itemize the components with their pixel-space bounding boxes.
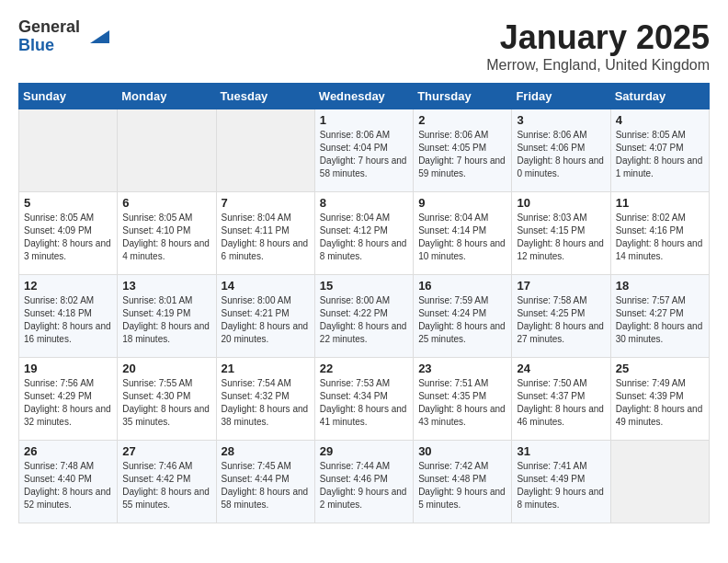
day-number: 25: [616, 362, 704, 375]
day-info: Sunrise: 8:05 AM Sunset: 4:07 PM Dayligh…: [616, 129, 704, 180]
day-info: Sunrise: 7:42 AM Sunset: 4:48 PM Dayligh…: [418, 460, 506, 511]
day-cell: 28Sunrise: 7:45 AM Sunset: 4:44 PM Dayli…: [216, 441, 314, 523]
day-cell: 10Sunrise: 8:03 AM Sunset: 4:15 PM Dayli…: [512, 192, 610, 275]
day-cell: 31Sunrise: 7:41 AM Sunset: 4:49 PM Dayli…: [512, 441, 610, 523]
day-cell: 17Sunrise: 7:58 AM Sunset: 4:25 PM Dayli…: [512, 275, 610, 358]
calendar-title: January 2025: [486, 18, 710, 57]
day-number: 26: [24, 444, 112, 458]
day-cell: 26Sunrise: 7:48 AM Sunset: 4:40 PM Dayli…: [19, 441, 118, 523]
day-info: Sunrise: 7:54 AM Sunset: 4:32 PM Dayligh…: [222, 377, 310, 429]
day-info: Sunrise: 7:51 AM Sunset: 4:35 PM Dayligh…: [418, 377, 506, 429]
day-cell: 9Sunrise: 8:04 AM Sunset: 4:14 PM Daylig…: [414, 192, 512, 275]
logo-general: General: [18, 18, 80, 37]
day-number: 19: [24, 362, 112, 375]
day-info: Sunrise: 7:53 AM Sunset: 4:34 PM Dayligh…: [320, 377, 408, 429]
day-info: Sunrise: 8:06 AM Sunset: 4:06 PM Dayligh…: [517, 129, 605, 180]
day-number: 22: [320, 362, 408, 375]
day-cell: 2Sunrise: 8:06 AM Sunset: 4:05 PM Daylig…: [414, 109, 512, 192]
day-number: 4: [616, 113, 704, 127]
day-info: Sunrise: 8:00 AM Sunset: 4:22 PM Dayligh…: [320, 294, 408, 346]
calendar-subtitle: Merrow, England, United Kingdom: [486, 57, 710, 74]
day-cell: 29Sunrise: 7:44 AM Sunset: 4:46 PM Dayli…: [314, 441, 413, 523]
week-row-3: 12Sunrise: 8:02 AM Sunset: 4:18 PM Dayli…: [19, 275, 710, 358]
day-cell: 14Sunrise: 8:00 AM Sunset: 4:21 PM Dayli…: [216, 275, 314, 358]
day-cell: [118, 109, 216, 192]
day-cell: 30Sunrise: 7:42 AM Sunset: 4:48 PM Dayli…: [414, 441, 512, 523]
day-info: Sunrise: 8:05 AM Sunset: 4:10 PM Dayligh…: [122, 212, 210, 263]
day-number: 31: [517, 444, 605, 458]
day-cell: 24Sunrise: 7:50 AM Sunset: 4:37 PM Dayli…: [512, 358, 610, 441]
day-info: Sunrise: 7:50 AM Sunset: 4:37 PM Dayligh…: [517, 377, 605, 429]
day-number: 1: [320, 113, 408, 127]
day-cell: 3Sunrise: 8:06 AM Sunset: 4:06 PM Daylig…: [512, 109, 610, 192]
week-row-5: 26Sunrise: 7:48 AM Sunset: 4:40 PM Dayli…: [19, 441, 710, 523]
day-number: 9: [418, 196, 506, 210]
day-cell: 13Sunrise: 8:01 AM Sunset: 4:19 PM Dayli…: [118, 275, 216, 358]
day-cell: 1Sunrise: 8:06 AM Sunset: 4:04 PM Daylig…: [314, 109, 413, 192]
day-number: 29: [320, 444, 408, 458]
day-cell: 8Sunrise: 8:04 AM Sunset: 4:12 PM Daylig…: [314, 192, 413, 275]
svg-marker-0: [90, 30, 109, 43]
day-cell: 5Sunrise: 8:05 AM Sunset: 4:09 PM Daylig…: [19, 192, 118, 275]
day-number: 6: [122, 196, 210, 210]
day-number: 3: [517, 113, 605, 127]
day-number: 28: [222, 444, 310, 458]
calendar-table: SundayMondayTuesdayWednesdayThursdayFrid…: [18, 83, 710, 523]
day-info: Sunrise: 7:57 AM Sunset: 4:27 PM Dayligh…: [616, 294, 704, 346]
weekday-header-friday: Friday: [512, 84, 610, 109]
day-number: 30: [418, 444, 506, 458]
day-info: Sunrise: 7:56 AM Sunset: 4:29 PM Dayligh…: [24, 377, 112, 429]
day-info: Sunrise: 7:45 AM Sunset: 4:44 PM Dayligh…: [222, 460, 310, 511]
day-cell: 23Sunrise: 7:51 AM Sunset: 4:35 PM Dayli…: [414, 358, 512, 441]
day-info: Sunrise: 8:02 AM Sunset: 4:16 PM Dayligh…: [616, 212, 704, 263]
day-info: Sunrise: 8:01 AM Sunset: 4:19 PM Dayligh…: [122, 294, 210, 346]
day-cell: [19, 109, 118, 192]
day-number: 21: [222, 362, 310, 375]
day-number: 12: [24, 279, 112, 293]
day-number: 14: [222, 279, 310, 293]
day-number: 11: [616, 196, 704, 210]
logo-icon: [84, 24, 109, 50]
day-number: 23: [418, 362, 506, 375]
day-cell: 4Sunrise: 8:05 AM Sunset: 4:07 PM Daylig…: [610, 109, 709, 192]
day-cell: 21Sunrise: 7:54 AM Sunset: 4:32 PM Dayli…: [216, 358, 314, 441]
day-cell: 18Sunrise: 7:57 AM Sunset: 4:27 PM Dayli…: [610, 275, 709, 358]
day-cell: 25Sunrise: 7:49 AM Sunset: 4:39 PM Dayli…: [610, 358, 709, 441]
logo-blue: Blue: [18, 37, 80, 55]
day-cell: 12Sunrise: 8:02 AM Sunset: 4:18 PM Dayli…: [19, 275, 118, 358]
day-number: 15: [320, 279, 408, 293]
week-row-1: 1Sunrise: 8:06 AM Sunset: 4:04 PM Daylig…: [19, 109, 710, 192]
day-info: Sunrise: 8:06 AM Sunset: 4:05 PM Dayligh…: [418, 129, 506, 180]
day-cell: 15Sunrise: 8:00 AM Sunset: 4:22 PM Dayli…: [314, 275, 413, 358]
day-info: Sunrise: 7:48 AM Sunset: 4:40 PM Dayligh…: [24, 460, 112, 511]
day-info: Sunrise: 7:59 AM Sunset: 4:24 PM Dayligh…: [418, 294, 506, 346]
day-info: Sunrise: 7:58 AM Sunset: 4:25 PM Dayligh…: [517, 294, 605, 346]
day-cell: [216, 109, 314, 192]
day-cell: 27Sunrise: 7:46 AM Sunset: 4:42 PM Dayli…: [118, 441, 216, 523]
day-number: 20: [122, 362, 210, 375]
day-number: 27: [122, 444, 210, 458]
day-cell: [610, 441, 709, 523]
day-number: 17: [517, 279, 605, 293]
day-info: Sunrise: 8:05 AM Sunset: 4:09 PM Dayligh…: [24, 212, 112, 263]
day-number: 7: [222, 196, 310, 210]
day-number: 24: [517, 362, 605, 375]
week-row-2: 5Sunrise: 8:05 AM Sunset: 4:09 PM Daylig…: [19, 192, 710, 275]
day-cell: 16Sunrise: 7:59 AM Sunset: 4:24 PM Dayli…: [414, 275, 512, 358]
day-info: Sunrise: 8:04 AM Sunset: 4:12 PM Dayligh…: [320, 212, 408, 263]
title-block: January 2025 Merrow, England, United Kin…: [486, 18, 710, 74]
day-info: Sunrise: 8:03 AM Sunset: 4:15 PM Dayligh…: [517, 212, 605, 263]
day-cell: 11Sunrise: 8:02 AM Sunset: 4:16 PM Dayli…: [610, 192, 709, 275]
day-number: 8: [320, 196, 408, 210]
day-info: Sunrise: 7:55 AM Sunset: 4:30 PM Dayligh…: [122, 377, 210, 429]
day-info: Sunrise: 8:00 AM Sunset: 4:21 PM Dayligh…: [222, 294, 310, 346]
day-number: 5: [24, 196, 112, 210]
day-cell: 7Sunrise: 8:04 AM Sunset: 4:11 PM Daylig…: [216, 192, 314, 275]
day-cell: 6Sunrise: 8:05 AM Sunset: 4:10 PM Daylig…: [118, 192, 216, 275]
day-number: 16: [418, 279, 506, 293]
logo-text: General Blue: [18, 18, 80, 55]
weekday-row: SundayMondayTuesdayWednesdayThursdayFrid…: [19, 84, 710, 109]
calendar-header: SundayMondayTuesdayWednesdayThursdayFrid…: [19, 84, 710, 109]
calendar-body: 1Sunrise: 8:06 AM Sunset: 4:04 PM Daylig…: [19, 109, 710, 523]
day-cell: 22Sunrise: 7:53 AM Sunset: 4:34 PM Dayli…: [314, 358, 413, 441]
